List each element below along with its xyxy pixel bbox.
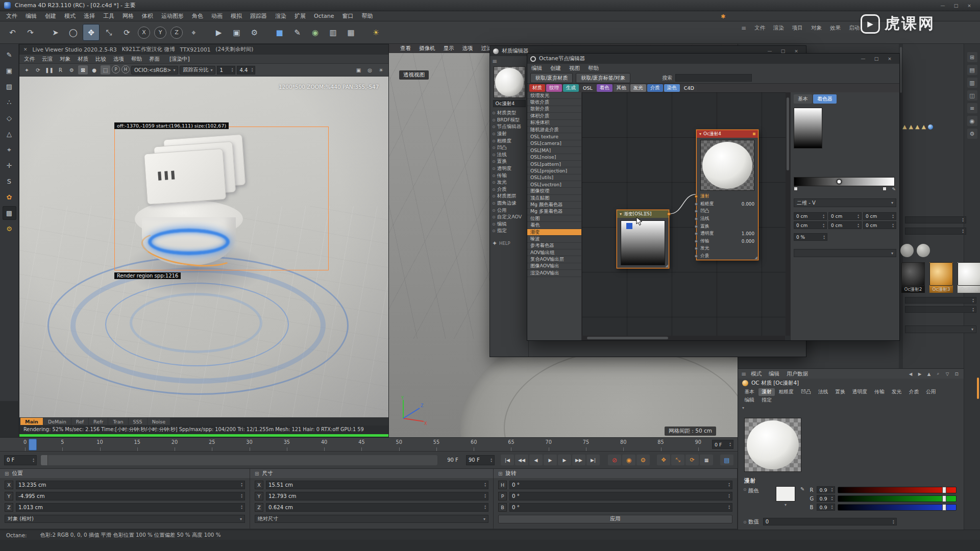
material-item[interactable]: Oc漫射4 <box>958 262 980 293</box>
layout-menu-item[interactable]: 启动 <box>849 24 860 32</box>
stepper-icon[interactable] <box>972 307 974 312</box>
material-channel-item[interactable]: 公用 <box>492 207 526 214</box>
axis-mode-icon[interactable]: ✛ <box>3 159 16 172</box>
stepper-icon[interactable] <box>857 223 859 228</box>
stepper-icon[interactable] <box>728 505 730 510</box>
aov-tab[interactable]: Refr <box>89 418 108 425</box>
move-tool-icon[interactable]: ✥ <box>83 24 100 41</box>
node-type-item[interactable]: 图像AOV输出 <box>527 263 581 270</box>
gradient-type-dropdown[interactable]: 二维 - V <box>794 198 896 207</box>
timeline-end-field[interactable]: 0 F <box>712 440 733 449</box>
node-type-item[interactable]: 渲染AOV输出 <box>527 270 581 277</box>
stepper-icon[interactable] <box>241 505 242 510</box>
diffuse-node-header[interactable]: Oc漫射4 <box>697 130 758 138</box>
node-type-item[interactable]: 吸收介质 <box>527 99 581 106</box>
stepper-icon[interactable] <box>729 442 731 447</box>
tweak-mode-icon[interactable]: ⌖ <box>3 143 16 157</box>
slider-handle[interactable] <box>942 495 946 502</box>
back-icon[interactable]: ◀ <box>906 370 915 378</box>
node-graph-canvas[interactable]: 渐变[OSL][S] Oc漫射4 漫射 <box>582 92 790 340</box>
material-channel-item[interactable]: 介质 <box>492 186 526 193</box>
layout-menu-item[interactable]: 效果 <box>830 24 841 32</box>
material-item[interactable]: Oc漫射3 <box>929 262 953 293</box>
stepper-icon[interactable] <box>962 229 964 234</box>
node-type-item[interactable]: OSL[pattern] <box>527 161 581 167</box>
aov-tab[interactable]: Main <box>20 418 43 425</box>
sculpt-icon[interactable]: S <box>3 174 16 188</box>
menu-item[interactable]: 编辑 <box>21 11 41 21</box>
input-port-icon[interactable] <box>695 225 698 228</box>
slider-handle[interactable] <box>942 487 946 493</box>
current-frame-field[interactable]: 0 F <box>4 455 37 465</box>
node-type-item[interactable]: 随机游走介质 <box>527 127 581 133</box>
node-type-item[interactable]: Mg 颜色着色器 <box>527 202 581 208</box>
cone-object-icon[interactable]: ▲ <box>921 123 925 130</box>
resolution-dropdown[interactable]: 跟踪百分比 <box>180 66 215 74</box>
add-cube-icon[interactable]: ■ <box>271 24 288 41</box>
node-port-row[interactable]: 透明度 1.000 <box>697 230 758 238</box>
gradient-edit-icon[interactable] <box>892 187 896 192</box>
go-to-end-icon[interactable]: ▶| <box>586 455 600 465</box>
filter-icon[interactable]: ▽ <box>943 370 951 378</box>
menu-item[interactable]: 帮助 <box>358 11 377 21</box>
close-icon[interactable] <box>963 2 976 9</box>
live-viewer-menu-item[interactable]: 比较 <box>92 56 110 63</box>
channel-slider[interactable] <box>838 504 957 511</box>
menu-item[interactable]: 运动图形 <box>157 11 188 21</box>
objects-tab-icon[interactable]: ▤ <box>967 65 977 75</box>
material-channel-item[interactable]: 节点编辑器 <box>492 123 526 131</box>
stepper-icon[interactable] <box>33 458 34 463</box>
attribute-menu-item[interactable]: 编辑 <box>765 370 783 378</box>
node-editor-menu-item[interactable]: 创建 <box>546 65 565 72</box>
attribute-menu-item[interactable]: 模式 <box>747 370 765 378</box>
menu-item[interactable]: 网格 <box>118 11 138 21</box>
chevron-down-icon[interactable] <box>785 503 787 507</box>
layout-burger-icon[interactable] <box>741 24 746 32</box>
samples-field[interactable]: 1 <box>217 66 235 74</box>
node-type-item[interactable]: 标准体积 <box>527 120 581 127</box>
gradient-param-field[interactable]: 0 cm <box>863 221 896 229</box>
coordinate-field[interactable]: 0 ° <box>509 492 732 500</box>
node-type-item[interactable]: OSL[camera] <box>527 140 581 147</box>
node-type-item[interactable]: 复合AOV输出层 <box>527 256 581 263</box>
spline-pen-icon[interactable]: ✎ <box>289 24 306 41</box>
material-sphere-icon[interactable] <box>917 244 930 257</box>
node-port-row[interactable]: 发光 <box>697 245 758 253</box>
stepper-icon[interactable] <box>241 493 242 498</box>
render-region-rect[interactable] <box>114 127 329 270</box>
render-view-icon[interactable]: ▶ <box>210 24 227 41</box>
scale-tool-icon[interactable]: ⤡ <box>101 24 117 41</box>
viewport-solo-icon[interactable]: ▩ <box>3 206 16 220</box>
channel-slider[interactable] <box>838 495 957 502</box>
layout-menu-item[interactable]: 项目 <box>792 24 803 32</box>
make-editable-icon[interactable]: ✎ <box>3 48 16 62</box>
render-ball-icon[interactable]: ● <box>89 65 99 74</box>
horizontal-scrollbar[interactable] <box>582 336 785 340</box>
render-settings-icon[interactable]: ⚙ <box>246 24 263 41</box>
gradient-param-field[interactable]: 0 cm <box>794 212 827 220</box>
node-category-tab[interactable]: 材质 <box>529 84 545 92</box>
channel-slider[interactable] <box>838 487 957 493</box>
previous-frame-icon[interactable]: ◀ <box>529 455 543 465</box>
layout-menu-item[interactable]: 文件 <box>754 24 765 32</box>
input-port-icon[interactable] <box>695 247 698 250</box>
output-port-icon[interactable] <box>667 212 671 216</box>
array-icon[interactable]: ▥ <box>325 24 341 41</box>
coordinates-tab-icon[interactable]: ⊞ <box>967 52 977 62</box>
browser-tab-icon[interactable]: ◫ <box>967 90 977 101</box>
stepper-icon[interactable] <box>962 217 964 222</box>
node-editor-menu-item[interactable]: 帮助 <box>584 65 603 72</box>
attribute-pane-tab[interactable]: 基本 <box>794 94 812 104</box>
stepper-icon[interactable] <box>484 482 486 487</box>
stepper-icon[interactable] <box>484 505 486 510</box>
node-type-item[interactable]: Mg 多重着色器 <box>527 209 581 215</box>
dock-field[interactable] <box>905 297 976 304</box>
next-key-icon[interactable]: ▶▶ <box>572 455 585 465</box>
attribute-tab[interactable]: 基本 <box>741 388 758 396</box>
live-selection-icon[interactable]: ◯ <box>65 24 82 41</box>
material-channel-item[interactable]: 材质类型 <box>492 110 526 117</box>
burger-icon[interactable] <box>492 58 526 65</box>
stepper-icon[interactable] <box>831 505 833 510</box>
value-field[interactable]: 0 <box>763 518 897 525</box>
close-icon[interactable] <box>883 55 896 63</box>
